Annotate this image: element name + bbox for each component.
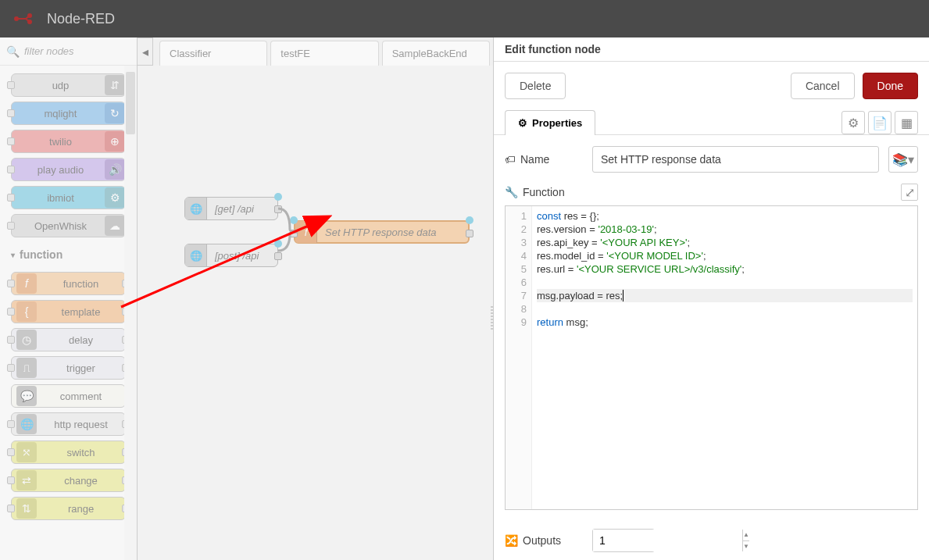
palette-node-twilio[interactable]: twilio⊕ <box>11 130 126 153</box>
line-gutter: 123456789 <box>506 206 532 509</box>
refresh-icon: ↻ <box>105 103 125 123</box>
node-function-selected[interactable]: f Set HTTP response data <box>294 220 470 244</box>
outputs-input[interactable] <box>593 530 742 551</box>
app-title: Node-RED <box>47 11 115 27</box>
spinner-up[interactable]: ▲ <box>743 530 749 541</box>
gear-icon: ⚙ <box>105 187 125 208</box>
appearance-button[interactable]: ▦ <box>895 111 918 134</box>
cloud-icon: ☁ <box>105 216 125 236</box>
filter-input[interactable] <box>24 45 130 57</box>
name-label: 🏷Name <box>505 153 583 166</box>
palette-node-mqlight[interactable]: mqlight↻ <box>11 102 126 125</box>
function-icon: f <box>16 273 37 294</box>
pulse-icon: ⎍ <box>16 358 37 378</box>
gear-icon: ⚙ <box>848 116 859 130</box>
wrench-icon: 🔧 <box>505 186 518 198</box>
name-type-button[interactable]: 📚▾ <box>888 146 918 173</box>
range-icon: ⇅ <box>16 498 37 519</box>
twilio-icon: ⊕ <box>105 131 125 152</box>
docs-button[interactable]: 📄 <box>868 111 891 134</box>
done-button[interactable]: Done <box>863 73 918 99</box>
tab-properties[interactable]: ⚙ Properties <box>505 110 595 135</box>
palette-node-openwhisk[interactable]: OpenWhisk☁ <box>11 214 126 237</box>
palette-node-playaudio[interactable]: play audio🔊 <box>11 158 126 181</box>
edit-panel: Edit function node Delete Cancel Done ⚙ … <box>493 37 929 560</box>
switch-icon: ⤲ <box>16 442 37 462</box>
palette-node-template[interactable]: {template <box>11 300 126 323</box>
function-label: 🔧Function <box>505 186 583 198</box>
app-logo <box>13 11 38 27</box>
template-icon: { <box>16 301 37 322</box>
name-input[interactable] <box>592 146 879 173</box>
speaker-icon: 🔊 <box>105 159 125 180</box>
palette-node-udp[interactable]: udp⇵ <box>11 73 126 97</box>
panel-resize-handle[interactable] <box>489 75 495 560</box>
palette-node-switch[interactable]: ⤲switch <box>11 441 126 464</box>
clock-icon: ◷ <box>16 330 37 350</box>
app-header: Node-RED <box>0 0 929 37</box>
change-icon: ⇄ <box>16 470 37 490</box>
palette-node-delay[interactable]: ◷delay <box>11 328 126 351</box>
code-editor[interactable]: 123456789 const res = {};res.version = '… <box>505 205 918 510</box>
category-function[interactable]: ▾function <box>3 242 134 267</box>
expand-editor-button[interactable]: ⤢ <box>901 184 918 201</box>
flow-canvas[interactable]: Classifier testFE SampleBackEnd 🌐 [get] … <box>138 37 493 560</box>
globe-icon: 🌐 <box>16 414 37 434</box>
palette-node-function[interactable]: ffunction <box>11 272 126 295</box>
delete-button[interactable]: Delete <box>505 73 566 99</box>
palette-toggle[interactable]: ◂ <box>138 37 153 66</box>
layers-icon: ▦ <box>901 116 913 130</box>
globe-icon: 🌐 <box>185 198 207 219</box>
palette-sidebar: 🔍 udp⇵ mqlight↻ twilio⊕ play audio🔊 ibmi… <box>0 37 138 560</box>
spinner-down[interactable]: ▼ <box>743 541 749 552</box>
file-icon: 📄 <box>872 116 888 130</box>
code-body[interactable]: const res = {};res.version = '2018-03-19… <box>532 206 917 509</box>
palette-node-change[interactable]: ⇄change <box>11 469 126 492</box>
palette-node-ibmiot[interactable]: ibmiot⚙ <box>11 186 126 209</box>
palette-filter: 🔍 <box>0 37 137 66</box>
tab-testfe[interactable]: testFE <box>270 41 378 66</box>
flow-tabs: Classifier testFE SampleBackEnd <box>138 37 493 66</box>
palette-node-httprequest[interactable]: 🌐http request <box>11 412 126 436</box>
svg-rect-1 <box>16 18 26 20</box>
tag-icon: 🏷 <box>505 153 516 166</box>
settings-button[interactable]: ⚙ <box>841 111 865 134</box>
book-icon: 📚▾ <box>892 152 914 167</box>
palette-node-trigger[interactable]: ⎍trigger <box>11 356 126 380</box>
chevron-down-icon: ▾ <box>11 251 15 259</box>
cancel-button[interactable]: Cancel <box>791 73 855 99</box>
expand-icon: ⤢ <box>905 185 915 200</box>
palette-scrollbar[interactable] <box>124 66 137 560</box>
tab-samplebackend[interactable]: SampleBackEnd <box>382 41 490 66</box>
edit-panel-title: Edit function node <box>494 37 929 62</box>
bridge-icon: ⇵ <box>105 75 125 95</box>
node-http-post[interactable]: 🌐 [post] /api <box>184 244 278 267</box>
palette-node-comment[interactable]: 💬comment <box>11 384 126 408</box>
outputs-spinner[interactable]: ▲▼ <box>592 529 655 552</box>
shuffle-icon: 🔀 <box>505 534 518 547</box>
function-icon: f <box>295 221 317 243</box>
tab-classifier[interactable]: Classifier <box>159 41 267 66</box>
outputs-label: 🔀Outputs <box>505 534 583 547</box>
gear-icon: ⚙ <box>518 117 527 129</box>
comment-icon: 💬 <box>16 386 37 406</box>
globe-icon: 🌐 <box>185 244 207 266</box>
palette-node-range[interactable]: ⇅range <box>11 497 126 520</box>
node-http-get[interactable]: 🌐 [get] /api <box>184 197 278 220</box>
search-icon: 🔍 <box>6 45 20 58</box>
